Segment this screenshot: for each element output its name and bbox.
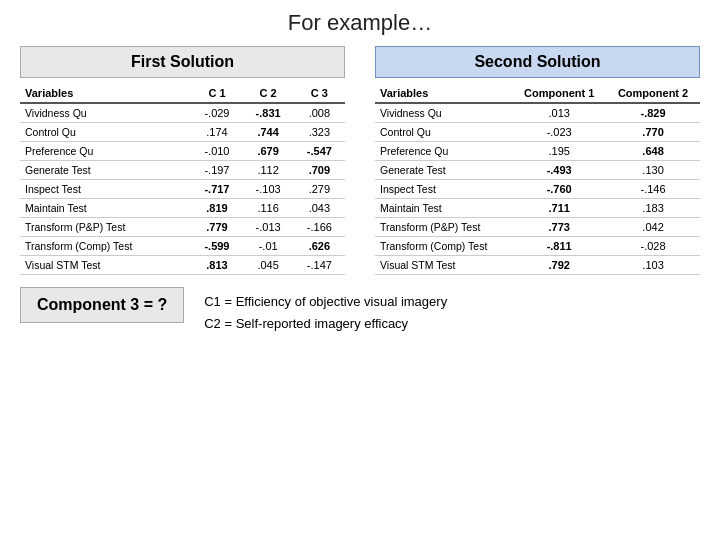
table-row: Maintain Test.711.183 — [375, 199, 700, 218]
table-cell: Transform (Comp) Test — [375, 237, 512, 256]
table-cell: -.197 — [191, 161, 242, 180]
table-cell: .112 — [243, 161, 294, 180]
footer-row: Component 3 = ? C1 = Efficiency of objec… — [20, 287, 700, 335]
first-col-c2: C 2 — [243, 84, 294, 103]
table-cell: .174 — [191, 123, 242, 142]
table-cell: .279 — [294, 180, 345, 199]
table-cell: .773 — [512, 218, 606, 237]
table-cell: -.760 — [512, 180, 606, 199]
legend-line2: C2 = Self-reported imagery efficacy — [204, 313, 700, 335]
first-solution-header: First Solution — [20, 46, 345, 78]
legend-line1: C1 = Efficiency of objective visual imag… — [204, 291, 700, 313]
table-cell: -.010 — [191, 142, 242, 161]
table-row: Transform (Comp) Test-.811-.028 — [375, 237, 700, 256]
table-cell: -.023 — [512, 123, 606, 142]
table-cell: -.717 — [191, 180, 242, 199]
first-solution-block: First Solution Variables C 1 C 2 C 3 Viv… — [20, 46, 345, 275]
table-row: Transform (P&P) Test.773.042 — [375, 218, 700, 237]
second-solution-header: Second Solution — [375, 46, 700, 78]
table-cell: Preference Qu — [20, 142, 191, 161]
table-cell: .744 — [243, 123, 294, 142]
table-cell: .323 — [294, 123, 345, 142]
table-cell: .183 — [606, 199, 700, 218]
table-cell: -.147 — [294, 256, 345, 275]
table-cell: Maintain Test — [20, 199, 191, 218]
table-cell: .770 — [606, 123, 700, 142]
table-cell: -.829 — [606, 103, 700, 123]
table-cell: .043 — [294, 199, 345, 218]
table-cell: .813 — [191, 256, 242, 275]
table-cell: .626 — [294, 237, 345, 256]
table-row: Generate Test-.197.112.709 — [20, 161, 345, 180]
second-solution-table: Variables Component 1 Component 2 Vividn… — [375, 84, 700, 275]
table-row: Maintain Test.819.116.043 — [20, 199, 345, 218]
table-cell: -.166 — [294, 218, 345, 237]
table-cell: -.547 — [294, 142, 345, 161]
table-cell: -.029 — [191, 103, 242, 123]
first-col-c3: C 3 — [294, 84, 345, 103]
table-cell: .195 — [512, 142, 606, 161]
table-cell: .819 — [191, 199, 242, 218]
table-cell: -.599 — [191, 237, 242, 256]
table-row: Generate Test-.493.130 — [375, 161, 700, 180]
table-cell: Inspect Test — [20, 180, 191, 199]
table-cell: -.01 — [243, 237, 294, 256]
table-cell: Preference Qu — [375, 142, 512, 161]
table-cell: .792 — [512, 256, 606, 275]
table-cell: .130 — [606, 161, 700, 180]
solutions-container: First Solution Variables C 1 C 2 C 3 Viv… — [20, 46, 700, 275]
table-row: Vividness Qu-.029-.831.008 — [20, 103, 345, 123]
table-cell: .679 — [243, 142, 294, 161]
second-col-variables: Variables — [375, 84, 512, 103]
table-cell: -.831 — [243, 103, 294, 123]
table-cell: Visual STM Test — [375, 256, 512, 275]
table-row: Transform (P&P) Test.779-.013-.166 — [20, 218, 345, 237]
component3-box: Component 3 = ? — [20, 287, 184, 323]
table-cell: .013 — [512, 103, 606, 123]
table-cell: Inspect Test — [375, 180, 512, 199]
table-row: Preference Qu.195.648 — [375, 142, 700, 161]
first-solution-table: Variables C 1 C 2 C 3 Vividness Qu-.029-… — [20, 84, 345, 275]
table-cell: -.103 — [243, 180, 294, 199]
table-cell: .709 — [294, 161, 345, 180]
table-cell: Maintain Test — [375, 199, 512, 218]
table-cell: .042 — [606, 218, 700, 237]
table-row: Control Qu-.023.770 — [375, 123, 700, 142]
table-cell: .116 — [243, 199, 294, 218]
table-cell: Transform (Comp) Test — [20, 237, 191, 256]
table-cell: Transform (P&P) Test — [375, 218, 512, 237]
second-solution-block: Second Solution Variables Component 1 Co… — [375, 46, 700, 275]
legend-box: C1 = Efficiency of objective visual imag… — [204, 287, 700, 335]
second-col-component2: Component 2 — [606, 84, 700, 103]
first-col-variables: Variables — [20, 84, 191, 103]
table-row: Visual STM Test.792.103 — [375, 256, 700, 275]
table-cell: -.028 — [606, 237, 700, 256]
table-cell: Visual STM Test — [20, 256, 191, 275]
table-cell: Vividness Qu — [375, 103, 512, 123]
table-row: Inspect Test-.717-.103.279 — [20, 180, 345, 199]
table-cell: -.146 — [606, 180, 700, 199]
table-cell: -.811 — [512, 237, 606, 256]
table-cell: Generate Test — [20, 161, 191, 180]
table-row: Preference Qu-.010.679-.547 — [20, 142, 345, 161]
table-cell: Control Qu — [375, 123, 512, 142]
first-col-c1: C 1 — [191, 84, 242, 103]
table-cell: Generate Test — [375, 161, 512, 180]
table-cell: -.493 — [512, 161, 606, 180]
table-cell: Vividness Qu — [20, 103, 191, 123]
table-cell: .103 — [606, 256, 700, 275]
table-cell: .648 — [606, 142, 700, 161]
table-cell: .711 — [512, 199, 606, 218]
table-row: Inspect Test-.760-.146 — [375, 180, 700, 199]
table-row: Control Qu.174.744.323 — [20, 123, 345, 142]
table-cell: -.013 — [243, 218, 294, 237]
table-row: Vividness Qu.013-.829 — [375, 103, 700, 123]
table-cell: .045 — [243, 256, 294, 275]
table-cell: Transform (P&P) Test — [20, 218, 191, 237]
table-cell: Control Qu — [20, 123, 191, 142]
page-title: For example… — [288, 10, 432, 36]
table-cell: .779 — [191, 218, 242, 237]
second-col-component1: Component 1 — [512, 84, 606, 103]
table-cell: .008 — [294, 103, 345, 123]
table-row: Visual STM Test.813.045-.147 — [20, 256, 345, 275]
